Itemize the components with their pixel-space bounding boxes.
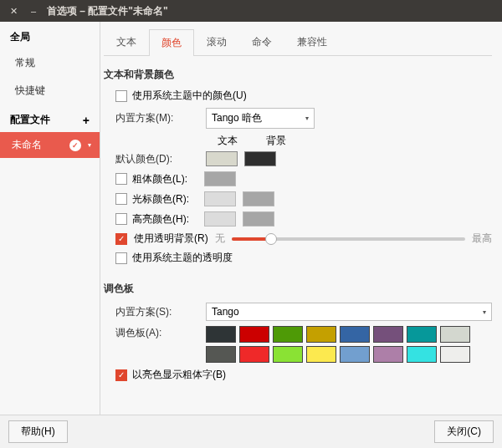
- palette-swatch-0[interactable]: [206, 326, 236, 343]
- slider-max-label: 最高: [472, 232, 492, 246]
- palette-label: 调色板(A):: [115, 326, 199, 340]
- tab-colors[interactable]: 颜色: [149, 29, 194, 56]
- bold-bright-label: 以亮色显示粗体字(B): [132, 368, 226, 382]
- sidebar-profiles-header: 配置文件: [10, 113, 50, 127]
- palette-swatch-5[interactable]: [373, 326, 403, 343]
- cursor-color-label: 光标颜色(R):: [132, 192, 199, 206]
- use-transparent-label: 使用透明背景(R): [134, 232, 208, 246]
- titlebar: ✕ – 首选项 – 配置文件"未命名": [0, 0, 502, 22]
- col-text-header: 文本: [211, 134, 244, 148]
- sidebar-item-general[interactable]: 常规: [0, 49, 100, 77]
- col-bg-header: 背景: [259, 134, 293, 148]
- close-icon[interactable]: ✕: [7, 4, 20, 18]
- tab-compat[interactable]: 兼容性: [284, 28, 340, 55]
- tab-command[interactable]: 命令: [239, 28, 284, 55]
- close-button[interactable]: 关闭(C): [434, 420, 494, 443]
- tab-scroll[interactable]: 滚动: [194, 28, 239, 55]
- default-text-swatch[interactable]: [206, 151, 238, 166]
- bold-color-label: 粗体颜色(L):: [132, 172, 199, 186]
- sidebar: 全局 常规 快捷键 配置文件 + 未命名 ✓ ▾: [0, 22, 100, 415]
- chevron-down-icon[interactable]: ▾: [88, 141, 91, 149]
- highlight-color-checkbox[interactable]: [115, 213, 127, 225]
- chevron-down-icon: ▾: [305, 115, 309, 122]
- cursor-color-checkbox[interactable]: [115, 193, 127, 205]
- palette-swatch-1[interactable]: [239, 326, 269, 343]
- palette-swatch-8[interactable]: [206, 346, 236, 363]
- builtin-scheme-select[interactable]: Tango 暗色 ▾: [206, 108, 315, 129]
- main-panel: 文本 颜色 滚动 命令 兼容性 文本和背景颜色 使用系统主题中的颜色(U) 内置…: [100, 22, 502, 415]
- default-color-label: 默认颜色(D):: [115, 152, 199, 166]
- highlight-color-label: 高亮颜色(H):: [132, 212, 199, 227]
- use-theme-transparency-checkbox[interactable]: [115, 252, 127, 264]
- palette-swatch-6[interactable]: [407, 326, 437, 343]
- palette-swatch-10[interactable]: [273, 346, 303, 363]
- palette-title: 调色板: [104, 282, 492, 296]
- highlight-bg-swatch[interactable]: [243, 211, 274, 227]
- slider-thumb[interactable]: [265, 233, 277, 245]
- add-profile-button[interactable]: +: [83, 114, 90, 127]
- chevron-down-icon: ▾: [483, 308, 486, 316]
- palette-swatch-15[interactable]: [440, 346, 470, 363]
- builtin-scheme-label: 内置方案(M):: [115, 111, 199, 125]
- cursor-text-swatch[interactable]: [204, 191, 236, 206]
- use-theme-colors-checkbox[interactable]: [115, 90, 127, 102]
- sidebar-global-header: 全局: [0, 22, 100, 49]
- check-icon: ✓: [69, 140, 81, 151]
- palette-swatch-3[interactable]: [306, 326, 336, 343]
- palette-scheme-label: 内置方案(S):: [115, 305, 199, 319]
- palette-swatch-12[interactable]: [340, 346, 370, 363]
- use-transparent-checkbox[interactable]: ✓: [115, 233, 127, 245]
- palette-swatch-9[interactable]: [239, 346, 269, 363]
- transparency-slider[interactable]: [232, 237, 465, 241]
- highlight-text-swatch[interactable]: [204, 211, 236, 227]
- footer: 帮助(H) 关闭(C): [0, 415, 502, 448]
- sidebar-item-shortcuts[interactable]: 快捷键: [0, 77, 100, 104]
- palette-swatch-7[interactable]: [440, 326, 470, 343]
- bold-bright-checkbox[interactable]: ✓: [115, 369, 127, 381]
- palette-scheme-select[interactable]: Tango ▾: [206, 303, 492, 321]
- tabs: 文本 颜色 滚动 命令 兼容性: [104, 28, 492, 56]
- slider-min-label: 无: [215, 232, 225, 246]
- profile-name: 未命名: [12, 138, 42, 152]
- use-theme-transparency-label: 使用系统主题的透明度: [132, 251, 233, 265]
- minimize-icon[interactable]: –: [27, 4, 40, 18]
- bold-color-checkbox[interactable]: [115, 173, 127, 185]
- text-bg-title: 文本和背景颜色: [104, 68, 492, 82]
- palette-swatch-11[interactable]: [306, 346, 336, 363]
- palette-swatch-13[interactable]: [373, 346, 403, 363]
- palette-swatch-2[interactable]: [273, 326, 303, 343]
- palette-grid: [206, 326, 480, 363]
- bold-text-swatch[interactable]: [204, 171, 236, 186]
- window-title: 首选项 – 配置文件"未命名": [47, 4, 168, 18]
- use-theme-colors-label: 使用系统主题中的颜色(U): [132, 89, 247, 103]
- cursor-bg-swatch[interactable]: [243, 191, 274, 206]
- palette-swatch-14[interactable]: [407, 346, 437, 363]
- tab-text[interactable]: 文本: [104, 28, 149, 55]
- help-button[interactable]: 帮助(H): [8, 420, 68, 443]
- palette-swatch-4[interactable]: [340, 326, 370, 343]
- sidebar-profile-item[interactable]: 未命名 ✓ ▾: [0, 132, 100, 158]
- default-bg-swatch[interactable]: [244, 151, 276, 166]
